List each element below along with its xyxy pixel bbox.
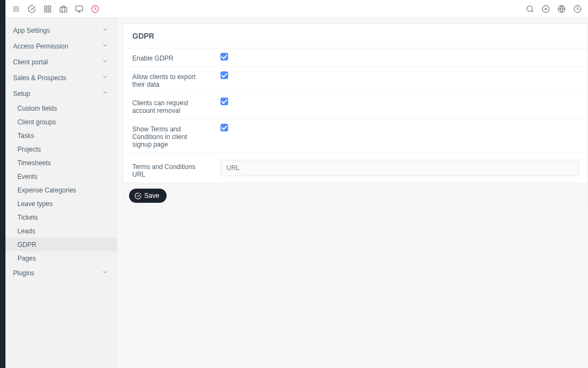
- sidebar-section-access-permission[interactable]: Access Permission: [5, 38, 117, 54]
- form-row: Show Terms and Conditions in client sign…: [124, 119, 587, 153]
- save-button[interactable]: Save: [129, 189, 167, 203]
- svg-rect-8: [76, 5, 83, 10]
- sidebar-section-plugins[interactable]: Plugins: [5, 265, 117, 281]
- form-row: Allow clients to export their data: [124, 67, 587, 93]
- sidebar-item-leave-types[interactable]: Leave types: [5, 197, 117, 210]
- checkbox-enable-gdpr[interactable]: [220, 53, 228, 61]
- sidebar-section-label: Plugins: [13, 269, 34, 277]
- sidebar-item-gdpr[interactable]: GDPR: [5, 238, 117, 251]
- checkbox-allow-clients-to-export-their-data[interactable]: [220, 71, 228, 79]
- sidebar: App SettingsAccess PermissionClient port…: [5, 18, 118, 368]
- globe-icon[interactable]: [558, 5, 566, 13]
- card-footer: Save: [124, 183, 587, 208]
- main-content: GDPR Enable GDPRAllow clients to export …: [118, 18, 588, 368]
- sidebar-section-sales-prospects[interactable]: Sales & Prospects: [5, 70, 117, 86]
- sidebar-item-timesheets[interactable]: Timesheets: [5, 156, 117, 170]
- sidebar-section-setup[interactable]: Setup: [5, 86, 117, 101]
- sidebar-item-projects[interactable]: Projects: [5, 142, 117, 156]
- svg-rect-6: [45, 9, 47, 11]
- terms-url-row: Terms and Conditions URL: [124, 153, 587, 183]
- svg-rect-5: [48, 9, 51, 11]
- sidebar-item-expense-categories[interactable]: Expense Categories: [5, 183, 117, 197]
- chevron-down-icon: [102, 42, 108, 50]
- sidebar-section-label: App Settings: [13, 27, 50, 34]
- top-bar: [5, 0, 588, 18]
- left-nav-strip: [0, 0, 5, 368]
- sidebar-item-custom-fields[interactable]: Custom fields: [5, 101, 117, 115]
- chevron-down-icon: [102, 269, 108, 277]
- chevron-down-icon: [102, 26, 108, 34]
- briefcase-icon[interactable]: [59, 5, 68, 13]
- chevron-down-icon: [102, 58, 108, 66]
- menu-icon[interactable]: [12, 5, 20, 13]
- checkbox-clients-can-request-account-removal[interactable]: [220, 98, 228, 105]
- svg-rect-7: [60, 7, 67, 12]
- save-button-label: Save: [144, 192, 159, 200]
- terms-url-input[interactable]: [220, 160, 579, 176]
- sidebar-section-label: Sales & Prospects: [13, 74, 66, 82]
- form-row: Enable GDPR: [124, 49, 587, 67]
- sidebar-item-events[interactable]: Events: [5, 170, 117, 183]
- form-row: Clients can request account removal: [124, 93, 587, 119]
- sidebar-item-client-groups[interactable]: Client groups: [5, 115, 117, 129]
- gdpr-card: GDPR Enable GDPRAllow clients to export …: [123, 23, 588, 209]
- sidebar-item-tickets[interactable]: Tickets: [5, 210, 117, 224]
- chevron-down-icon: [102, 74, 108, 82]
- svg-rect-4: [48, 5, 51, 8]
- svg-point-12: [527, 5, 532, 11]
- form-row-label: Enable GDPR: [132, 53, 214, 62]
- sidebar-section-label: Setup: [13, 90, 30, 98]
- sidebar-item-leads[interactable]: Leads: [5, 224, 117, 238]
- form-row-label: Show Terms and Conditions in client sign…: [132, 124, 214, 148]
- clock-alert-icon[interactable]: [91, 5, 99, 13]
- svg-line-13: [531, 10, 533, 12]
- sidebar-section-label: Access Permission: [13, 43, 68, 50]
- form-row-label: Allow clients to export their data: [132, 71, 214, 88]
- terms-url-label: Terms and Conditions URL: [132, 158, 214, 178]
- clock-icon[interactable]: [573, 5, 581, 13]
- sidebar-item-tasks[interactable]: Tasks: [5, 129, 117, 142]
- sidebar-section-label: Client portal: [13, 58, 48, 66]
- form-row-label: Clients can request account removal: [132, 98, 214, 114]
- page-title: GDPR: [124, 24, 587, 49]
- sidebar-section-app-settings[interactable]: App Settings: [5, 22, 117, 38]
- check-circle-icon: [134, 192, 142, 200]
- check-circle-icon[interactable]: [28, 5, 36, 13]
- svg-rect-3: [45, 5, 47, 8]
- plus-circle-icon[interactable]: [542, 5, 550, 13]
- search-icon[interactable]: [526, 5, 534, 13]
- sidebar-item-pages[interactable]: Pages: [5, 251, 117, 265]
- chevron-up-icon: [102, 89, 108, 98]
- sidebar-section-client-portal[interactable]: Client portal: [5, 54, 117, 70]
- checkbox-show-terms-and-conditions-in-client-signup-page[interactable]: [220, 124, 228, 131]
- grid-icon[interactable]: [44, 5, 52, 13]
- monitor-icon[interactable]: [75, 5, 83, 13]
